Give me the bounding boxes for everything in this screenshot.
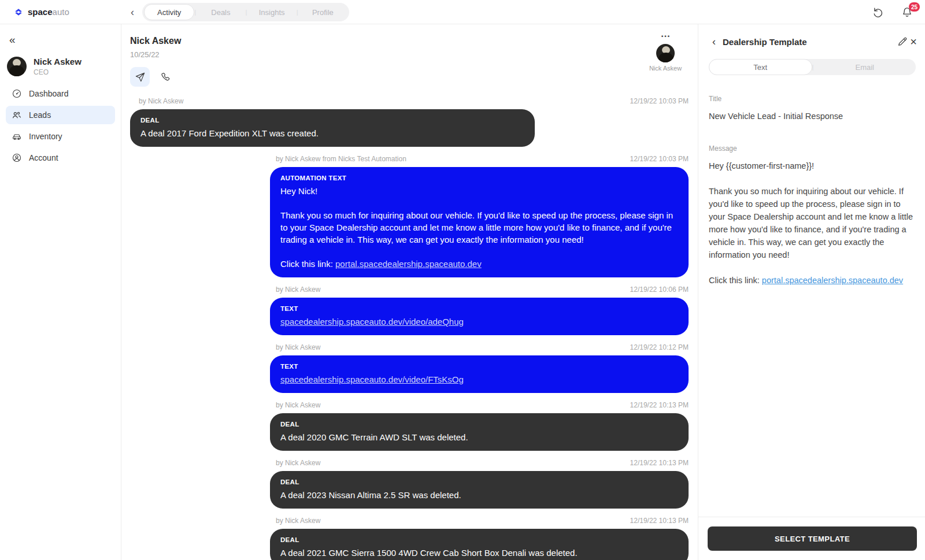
sidebar-nav: Dashboard Leads Inventory [6, 84, 115, 167]
text-bubble[interactable]: TEXTspacedealership.spaceauto.dev/video/… [270, 298, 689, 335]
notifications-button[interactable]: 25 [900, 5, 915, 20]
bubble-text-line: spacedealership.spaceauto.dev/video/adeQ… [280, 316, 678, 328]
user-avatar [7, 57, 27, 76]
close-panel-button[interactable]: × [910, 36, 917, 47]
template-link-line: Click this link: portal.spacedealership.… [709, 274, 916, 287]
automation-bubble[interactable]: AUTOMATION TEXTHey Nick!Thank you so muc… [270, 167, 689, 277]
feed-message: by Nick Askew12/19/22 10:13 PMDEALA deal… [130, 459, 689, 509]
spaceauto-logo: spaceauto [13, 6, 69, 18]
sidebar-collapse-button[interactable]: « [6, 32, 19, 47]
sidebar-item-inventory[interactable]: Inventory [6, 127, 115, 146]
template-link[interactable]: portal.spacedealership.spaceauto.dev [762, 276, 903, 285]
logo-icon [13, 6, 24, 18]
leads-people-icon [12, 110, 22, 120]
template-title-value: New Vehicle Lead - Initial Response [709, 110, 916, 123]
message-author: by Nick Askew [276, 285, 320, 294]
sidebar-user-block: Nick Askew CEO [7, 57, 115, 76]
panel-back-button[interactable]: ‹ [708, 36, 720, 48]
feed-message: by Nick Askew12/19/22 10:03 PMDEALA deal… [130, 97, 689, 147]
message-timestamp: 12/19/22 10:12 PM [630, 343, 689, 351]
top-bar: spaceauto ‹ Activity | Deals | Insights … [0, 0, 925, 24]
template-type-tabs: Text | Email [709, 59, 916, 75]
deal-bubble[interactable]: DEALA deal 2017 Ford Expedition XLT was … [130, 109, 535, 147]
message-link[interactable]: portal.spacedealership.spaceauto.dev [335, 259, 482, 269]
sidebar-item-label: Account [29, 153, 58, 162]
message-link[interactable]: spacedealership.spaceauto.dev/video/FTsK… [280, 374, 464, 384]
link-prefix: Click this link: [709, 276, 762, 285]
message-author: by Nick Askew [276, 459, 320, 467]
pencil-icon [897, 36, 908, 47]
contact-date: 10/25/22 [130, 50, 684, 59]
sidebar-item-label: Leads [29, 110, 51, 120]
sidebar-item-dashboard[interactable]: Dashboard [6, 84, 115, 103]
deal-bubble[interactable]: DEALA deal 2020 GMC Terrain AWD SLT was … [270, 413, 689, 451]
message-field-label: Message [709, 142, 916, 155]
tab-profile[interactable]: Profile [298, 4, 347, 20]
bubble-text-line: spacedealership.spaceauto.dev/video/FTsK… [280, 373, 678, 385]
message-list: by Nick Askew12/19/22 10:03 PMDEALA deal… [121, 97, 698, 560]
tab-deals[interactable]: Deals [196, 4, 245, 20]
template-tab-email[interactable]: Email [813, 59, 916, 75]
call-button[interactable] [156, 67, 175, 87]
message-timestamp: 12/19/22 10:13 PM [630, 459, 689, 467]
sidebar: « Nick Askew CEO Dashboard Leads [0, 24, 121, 560]
account-person-icon [12, 153, 22, 163]
bubble-blank-line [280, 246, 678, 258]
sidebar-item-leads[interactable]: Leads [6, 106, 115, 124]
title-field-label: Title [709, 92, 916, 105]
brand-name-bold: space [28, 7, 53, 17]
notification-count-badge: 25 [909, 2, 920, 12]
feed-message: by Nick Askew12/19/22 10:12 PMTEXTspaced… [130, 343, 689, 393]
edit-template-button[interactable] [895, 34, 910, 49]
tab-insights[interactable]: Insights [247, 4, 296, 20]
tab-activity[interactable]: Activity [144, 4, 194, 20]
template-tab-text[interactable]: Text [709, 59, 812, 75]
bubble-type-label: AUTOMATION TEXT [280, 173, 678, 183]
feed-message: by Nick Askew from Nicks Test Automation… [130, 155, 689, 277]
message-author: by Nick Askew [139, 97, 183, 105]
user-role: CEO [34, 68, 82, 76]
feed-message: by Nick Askew12/19/22 10:13 PMDEALA deal… [130, 401, 689, 451]
bubble-type-label: TEXT [280, 304, 678, 313]
send-message-button[interactable] [130, 67, 150, 87]
phone-icon [160, 72, 171, 83]
message-timestamp: 12/19/22 10:03 PM [630, 97, 689, 105]
panel-footer: SELECT TEMPLATE [698, 517, 925, 560]
dashboard-gauge-icon [12, 88, 22, 99]
text-bubble[interactable]: TEXTspacedealership.spaceauto.dev/video/… [270, 355, 689, 393]
sidebar-item-label: Inventory [29, 132, 62, 141]
select-template-button[interactable]: SELECT TEMPLATE [708, 526, 917, 551]
user-name: Nick Askew [34, 57, 82, 66]
message-timestamp: 12/19/22 10:06 PM [630, 285, 689, 294]
bubble-text-line: Hey Nick! [280, 185, 678, 197]
feed-message: by Nick Askew12/19/22 10:13 PMDEALA deal… [130, 517, 689, 560]
inventory-car-icon [12, 131, 22, 142]
bubble-text-line: A deal 2020 GMC Terrain AWD SLT was dele… [280, 431, 678, 443]
message-timestamp: 12/19/22 10:13 PM [630, 401, 689, 409]
message-author: by Nick Askew [276, 343, 320, 351]
message-author: by Nick Askew from Nicks Test Automation [276, 155, 406, 163]
contact-avatar [656, 44, 675, 62]
brand-name-light: auto [53, 7, 69, 17]
bubble-blank-line [280, 197, 678, 209]
contact-avatar-label: Nick Askew [649, 65, 682, 72]
message-timestamp: 12/19/22 10:13 PM [630, 517, 689, 525]
sidebar-item-label: Dashboard [29, 89, 69, 98]
panel-title: Dealership Template [723, 37, 887, 47]
undo-button[interactable] [871, 5, 886, 20]
back-button[interactable]: ‹ [125, 3, 140, 21]
message-author: by Nick Askew [276, 517, 320, 525]
bubble-text-line: A deal 2023 Nissan Altima 2.5 SR was del… [280, 489, 678, 501]
template-body: Thank you so much for inquiring about ou… [709, 185, 916, 261]
undo-icon [872, 6, 884, 18]
more-options-button[interactable]: … [661, 30, 671, 38]
record-tab-bar: Activity | Deals | Insights | Profile [142, 3, 349, 21]
deal-bubble[interactable]: DEALA deal 2023 Nissan Altima 2.5 SR was… [270, 471, 689, 509]
message-link[interactable]: spacedealership.spaceauto.dev/video/adeQ… [280, 317, 464, 327]
sidebar-item-account[interactable]: Account [6, 149, 115, 167]
send-icon [135, 72, 146, 83]
deal-bubble[interactable]: DEALA deal 2021 GMC Sierra 1500 4WD Crew… [270, 529, 689, 560]
template-greeting: Hey {{customer-first-name}}! [709, 160, 916, 172]
message-timestamp: 12/19/22 10:03 PM [630, 155, 689, 163]
bubble-type-label: DEAL [280, 477, 678, 487]
